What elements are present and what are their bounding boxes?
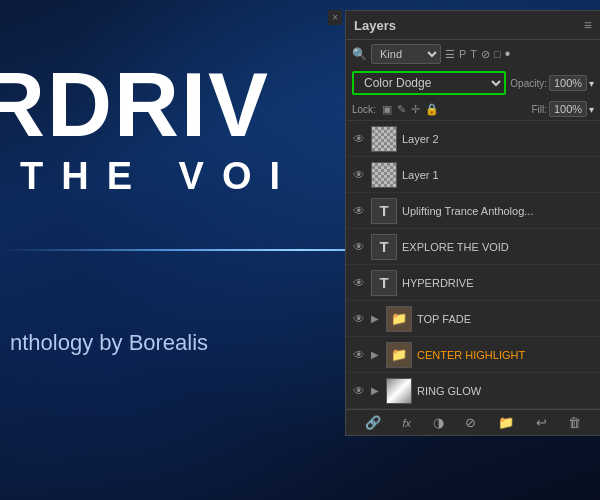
visibility-icon[interactable]: 👁 [352,348,366,362]
layer-item[interactable]: 👁 ▶ 📁 TOP FADE [346,301,600,337]
fill-value[interactable]: 100% [549,101,587,117]
expand-arrow-icon[interactable]: ▶ [371,349,381,360]
layer-item[interactable]: 👁 Layer 2 [346,121,600,157]
layer-name: Uplifting Trance Antholog... [402,205,594,217]
new-fill-icon[interactable]: ◑ [433,415,444,430]
filter-icons: ☰ P T ⊘ □ • [445,45,510,63]
filter-icon: 🔍 [352,47,367,61]
filter-row: 🔍 Kind Name Effect ☰ P T ⊘ □ • [346,40,600,68]
layer-thumbnail: T [371,198,397,224]
filter-adjust-icon[interactable]: P [459,48,466,60]
opacity-value[interactable]: 100% [549,75,587,91]
layer-name: EXPLORE THE VOID [402,241,594,253]
lock-label: Lock: [352,104,376,115]
lock-pixel-icon[interactable]: ▣ [382,103,392,116]
layer-name: Layer 2 [402,133,594,145]
fill-chevron-icon[interactable]: ▾ [589,104,594,115]
expand-arrow-icon[interactable]: ▶ [371,313,381,324]
visibility-icon[interactable]: 👁 [352,240,366,254]
filter-pixel-icon[interactable]: ☰ [445,48,455,61]
layer-item[interactable]: 👁 T HYPERDRIVE [346,265,600,301]
layer-thumbnail [371,126,397,152]
layer-thumbnail: 📁 [386,342,412,368]
layers-panel: Layers ≡ 🔍 Kind Name Effect ☰ P T ⊘ □ • … [345,10,600,436]
adjustment-icon[interactable]: ⊘ [465,415,476,430]
visibility-icon[interactable]: 👁 [352,204,366,218]
expand-arrow-icon[interactable]: ▶ [371,385,381,396]
filter-shape-icon[interactable]: ⊘ [481,48,490,61]
layers-list: 👁 Layer 2 👁 Layer 1 👁 T Uplifting Trance… [346,121,600,409]
link-icon[interactable]: 🔗 [365,415,381,430]
fx-icon[interactable]: fx [402,417,411,429]
lock-all-icon[interactable]: 🔒 [425,103,439,116]
panel-footer: 🔗 fx ◑ ⊘ 📁 ↩ 🗑 [346,409,600,435]
layer-thumbnail [386,378,412,404]
lock-row: Lock: ▣ ✎ ✛ 🔒 Fill: 100% ▾ [346,98,600,121]
filter-smart-icon[interactable]: □ [494,48,501,60]
opacity-chevron-icon[interactable]: ▾ [589,78,594,89]
visibility-icon[interactable]: 👁 [352,276,366,290]
layer-name: HYPERDRIVE [402,277,594,289]
lock-draw-icon[interactable]: ✎ [397,103,406,116]
layer-item[interactable]: 👁 T Uplifting Trance Antholog... [346,193,600,229]
layer-item[interactable]: 👁 ▶ 📁 CENTER HIGHLIGHT [346,337,600,373]
new-layer-icon[interactable]: ↩ [536,415,547,430]
canvas-subtitle: THE VOI [20,155,298,198]
lock-move-icon[interactable]: ✛ [411,103,420,116]
layer-thumbnail: T [371,234,397,260]
blend-mode-select[interactable]: Color Dodge Normal Multiply Screen Overl… [352,71,506,95]
opacity-group: Opacity: 100% ▾ [510,75,594,91]
layer-name: CENTER HIGHLIGHT [417,349,594,361]
layer-thumbnail: 📁 [386,306,412,332]
filter-dot-icon[interactable]: • [505,45,511,63]
opacity-label: Opacity: [510,78,547,89]
filter-text-icon[interactable]: T [470,48,477,60]
layer-name: Layer 1 [402,169,594,181]
panel-title: Layers [354,18,396,33]
filter-select[interactable]: Kind Name Effect [371,44,441,64]
panel-header: Layers ≡ [346,11,600,40]
canvas-title: RDRIV [0,60,270,150]
fill-group: Fill: 100% ▾ [531,101,594,117]
layer-name: RING GLOW [417,385,594,397]
visibility-icon[interactable]: 👁 [352,132,366,146]
delete-icon[interactable]: 🗑 [568,415,581,430]
visibility-icon[interactable]: 👁 [352,312,366,326]
visibility-icon[interactable]: 👁 [352,384,366,398]
layer-name: TOP FADE [417,313,594,325]
blend-row: Color Dodge Normal Multiply Screen Overl… [346,68,600,98]
lock-icons: ▣ ✎ ✛ 🔒 [382,103,439,116]
panel-close-float[interactable]: × [328,10,342,25]
new-group-icon[interactable]: 📁 [498,415,514,430]
layer-thumbnail [371,162,397,188]
panel-menu-icon[interactable]: ≡ [584,17,592,33]
layer-thumbnail: T [371,270,397,296]
layer-item[interactable]: 👁 Layer 1 [346,157,600,193]
canvas-byline: nthology by Borealis [10,330,208,356]
fill-label: Fill: [531,104,547,115]
layer-item[interactable]: 👁 T EXPLORE THE VOID [346,229,600,265]
visibility-icon[interactable]: 👁 [352,168,366,182]
layer-item[interactable]: 👁 ▶ RING GLOW [346,373,600,409]
